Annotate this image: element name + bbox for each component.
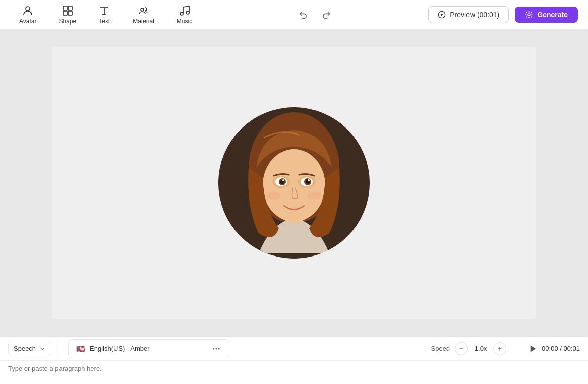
svg-point-32 [218,348,220,349]
shape-label: Shape [58,18,76,25]
toolbar-right: Preview (00:01) Generate [428,6,578,23]
canvas-inner [52,47,536,319]
plus-icon [497,346,503,352]
redo-icon [321,10,331,20]
minus-icon [458,346,464,352]
canvas-area [0,29,588,336]
toolbar-center [296,7,334,23]
svg-marker-12 [441,13,443,16]
generate-icon [525,11,533,19]
flag-icon: 🇺🇸 [75,343,86,354]
divider-1 [60,342,60,356]
generate-button[interactable]: Generate [515,7,578,23]
undo-icon [299,10,309,20]
play-button[interactable] [528,344,538,353]
redo-button[interactable] [318,7,334,23]
preview-play-icon [438,11,446,19]
play-icon [528,344,538,353]
bottom-bar: Speech 🇺🇸 English(US) - Amber Speed [0,336,588,384]
toolbar-item-music[interactable]: Music [167,2,201,28]
preview-button[interactable]: Preview (00:01) [428,6,509,23]
speed-value: 1.0x [473,345,488,352]
svg-rect-4 [68,11,72,15]
speech-label: Speech [14,345,36,352]
svg-rect-1 [63,6,67,10]
material-label: Material [133,18,154,25]
toolbar: Avatar Shape Text [0,0,588,29]
svg-rect-3 [63,11,67,15]
material-icon [138,5,150,17]
speed-control: Speed 1.0x [423,342,515,355]
toolbar-item-text[interactable]: Text [89,2,120,28]
svg-point-29 [307,191,321,200]
svg-point-26 [282,179,284,181]
svg-point-31 [216,348,217,349]
svg-point-13 [528,14,530,16]
svg-marker-36 [531,345,536,352]
speed-label: Speed [431,345,450,352]
svg-point-16 [263,149,325,222]
svg-point-0 [26,7,30,11]
text-label: Text [99,18,110,25]
generate-label: Generate [537,11,568,19]
script-textarea[interactable] [8,365,580,384]
svg-point-9 [180,12,183,15]
avatar-svg [218,107,370,259]
toolbar-item-shape[interactable]: Shape [49,2,85,28]
voice-name: English(US) - Amber [90,345,149,352]
shape-icon [62,5,74,17]
chevron-down-icon [39,345,46,352]
speed-increase-button[interactable] [493,342,506,355]
bottom-controls: Speech 🇺🇸 English(US) - Amber Speed [0,337,588,361]
speed-decrease-button[interactable] [455,342,468,355]
play-area: 00:00 / 00:01 [528,344,580,353]
toolbar-item-material[interactable]: Material [124,2,163,28]
svg-rect-2 [68,6,72,10]
voice-more-button[interactable] [210,342,223,355]
more-icon [212,344,221,353]
music-label: Music [177,18,192,25]
svg-point-27 [308,179,310,181]
music-icon [179,5,191,17]
svg-point-28 [267,191,281,200]
avatar-label: Avatar [19,18,36,25]
text-input-area [0,361,588,384]
text-icon [98,5,110,17]
speech-selector[interactable]: Speech [8,342,51,355]
voice-selector[interactable]: 🇺🇸 English(US) - Amber [68,339,229,358]
svg-point-10 [186,11,189,14]
avatar-display[interactable] [218,107,370,259]
avatar-icon [22,5,34,17]
undo-button[interactable] [296,7,312,23]
svg-point-8 [141,8,144,11]
toolbar-item-avatar[interactable]: Avatar [10,2,45,28]
svg-point-30 [213,348,214,349]
preview-label: Preview (00:01) [450,11,499,19]
toolbar-left: Avatar Shape Text [10,2,201,28]
time-display: 00:00 / 00:01 [542,345,580,352]
